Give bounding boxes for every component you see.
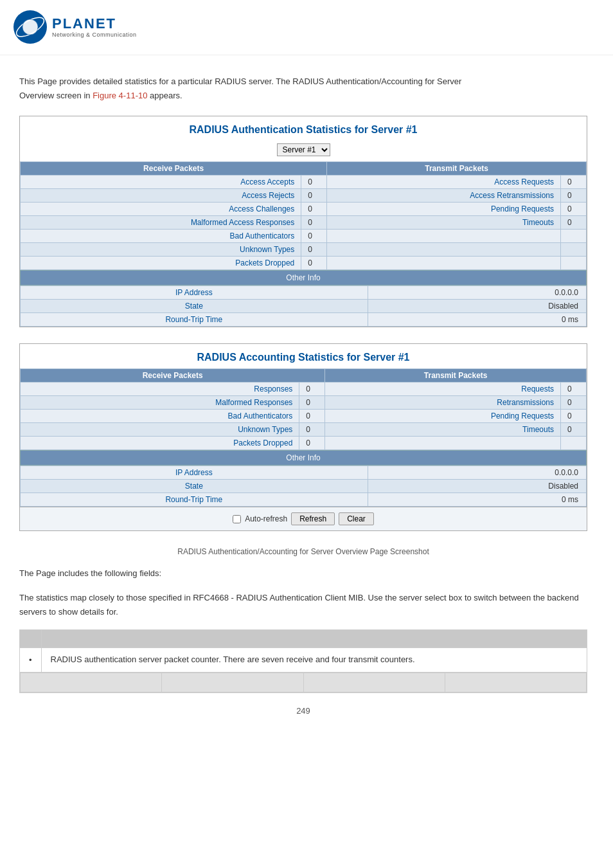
auth-stats-title: RADIUS Authentication Statistics for Ser… xyxy=(20,116,587,141)
intro-paragraph: This Page provides detailed statistics f… xyxy=(19,75,587,103)
logo-sub: Networking & Communication xyxy=(52,32,137,39)
auto-refresh-label: Auto-refresh xyxy=(245,514,287,523)
fields-col-header-2 xyxy=(41,630,587,648)
auth-tx-lbl-2: Pending Requests xyxy=(327,203,561,216)
auth-oi-row-2: Round-Trip Time 0 ms xyxy=(21,313,587,327)
auth-tx-val-1: 0 xyxy=(561,189,587,203)
auth-recv-lbl-0: Access Accepts xyxy=(21,176,301,189)
auth-tx-val-0: 0 xyxy=(561,176,587,189)
acct-tx-val-2: 0 xyxy=(561,410,587,423)
sub-col-3 xyxy=(303,673,445,692)
figure-link[interactable]: Figure 4-11-10 xyxy=(93,91,147,100)
acct-oi-val-0: 0.0.0.0 xyxy=(368,466,586,480)
intro-text2-prefix: Overview screen in xyxy=(19,91,93,100)
auth-tx-val-3: 0 xyxy=(561,216,587,230)
auth-row-4: Bad Authenticators 0 xyxy=(21,230,587,243)
auth-row-2: Access Challenges 0 Pending Requests 0 xyxy=(21,203,587,216)
auth-recv-lbl-1: Access Rejects xyxy=(21,189,301,203)
acct-stats-table: Receive Packets Transmit Packets Respons… xyxy=(20,368,587,450)
fields-row-sub xyxy=(20,673,587,693)
auth-oi-lbl-0: IP Address xyxy=(21,286,368,300)
auth-tx-val-2: 0 xyxy=(561,203,587,216)
fields-row-content: • RADIUS authentication server packet co… xyxy=(20,648,587,673)
server-select[interactable]: Server #1 Server #2 xyxy=(277,143,330,156)
auth-recv-lbl-4: Bad Authenticators xyxy=(21,230,301,243)
auth-oi-val-0: 0.0.0.0 xyxy=(368,286,586,300)
auth-oi-row-1: State Disabled xyxy=(21,300,587,313)
fields-row-header xyxy=(20,630,587,648)
auth-recv-val-4: 0 xyxy=(301,230,327,243)
auth-tx-lbl-3: Timeouts xyxy=(327,216,561,230)
auth-row-3: Malformed Access Responses 0 Timeouts 0 xyxy=(21,216,587,230)
auth-recv-val-5: 0 xyxy=(301,243,327,257)
auth-tx-lbl-1: Access Retransmissions xyxy=(327,189,561,203)
body-text-1: The Page includes the following fields: xyxy=(19,566,587,581)
fields-table: • RADIUS authentication server packet co… xyxy=(19,629,587,693)
acct-oi-lbl-2: Round-Trip Time xyxy=(21,493,368,507)
acct-stats-title: RADIUS Accounting Statistics for Server … xyxy=(20,344,587,368)
refresh-button[interactable]: Refresh xyxy=(291,512,335,525)
controls-row: Auto-refresh Refresh Clear xyxy=(20,507,587,530)
acct-tx-val-4 xyxy=(561,437,587,450)
acct-row-4: Packets Dropped 0 xyxy=(21,437,587,450)
acct-stats-box: RADIUS Accounting Statistics for Server … xyxy=(19,343,587,531)
acct-row-0: Responses 0 Requests 0 xyxy=(21,383,587,396)
auth-oi-row-0: IP Address 0.0.0.0 xyxy=(21,286,587,300)
auth-tx-lbl-6 xyxy=(327,257,561,270)
auth-stats-box: RADIUS Authentication Statistics for Ser… xyxy=(19,116,587,327)
acct-recv-val-4: 0 xyxy=(299,437,325,450)
sub-table-row xyxy=(21,673,587,692)
acct-recv-lbl-3: Unknown Types xyxy=(21,423,299,437)
auth-recv-lbl-5: Unknown Types xyxy=(21,243,301,257)
auth-oi-val-2: 0 ms xyxy=(368,313,586,327)
acct-tx-lbl-0: Requests xyxy=(325,383,561,396)
bullet-cell: • xyxy=(20,648,42,673)
acct-receive-header: Receive Packets xyxy=(21,369,325,383)
sub-col-4 xyxy=(445,673,586,692)
acct-tx-lbl-4 xyxy=(325,437,561,450)
acct-recv-val-3: 0 xyxy=(299,423,325,437)
acct-oi-lbl-0: IP Address xyxy=(21,466,368,480)
acct-oi-val-2: 0 ms xyxy=(368,493,586,507)
intro-text2-suffix: appears. xyxy=(147,91,182,100)
acct-other-info-header: Other Info xyxy=(20,450,587,466)
clear-button[interactable]: Clear xyxy=(339,512,374,525)
logo-name: PLANET xyxy=(52,16,137,32)
auth-recv-val-2: 0 xyxy=(301,203,327,216)
server-select-row: Server #1 Server #2 xyxy=(20,141,587,161)
auth-recv-val-6: 0 xyxy=(301,257,327,270)
acct-tx-lbl-2: Pending Requests xyxy=(325,410,561,423)
auth-recv-lbl-3: Malformed Access Responses xyxy=(21,216,301,230)
acct-recv-val-0: 0 xyxy=(299,383,325,396)
auth-tx-val-5 xyxy=(561,243,587,257)
auto-refresh-checkbox[interactable] xyxy=(233,515,241,523)
acct-recv-val-1: 0 xyxy=(299,396,325,410)
auth-oi-lbl-1: State xyxy=(21,300,368,313)
acct-row-2: Bad Authenticators 0 Pending Requests 0 xyxy=(21,410,587,423)
acct-recv-lbl-0: Responses xyxy=(21,383,299,396)
acct-oi-row-2: Round-Trip Time 0 ms xyxy=(21,493,587,507)
auth-recv-val-0: 0 xyxy=(301,176,327,189)
header: PLANET Networking & Communication xyxy=(0,0,613,55)
acct-oi-row-0: IP Address 0.0.0.0 xyxy=(21,466,587,480)
auth-row-6: Packets Dropped 0 xyxy=(21,257,587,270)
auth-receive-header: Receive Packets xyxy=(21,162,327,176)
auth-tx-lbl-5 xyxy=(327,243,561,257)
acct-tx-lbl-1: Retransmissions xyxy=(325,396,561,410)
desc-cell: RADIUS authentication server packet coun… xyxy=(41,648,587,673)
auth-row-5: Unknown Types 0 xyxy=(21,243,587,257)
acct-recv-lbl-4: Packets Dropped xyxy=(21,437,299,450)
auth-recv-val-1: 0 xyxy=(301,189,327,203)
acct-tx-val-0: 0 xyxy=(561,383,587,396)
acct-row-1: Malformed Responses 0 Retransmissions 0 xyxy=(21,396,587,410)
sub-table xyxy=(20,673,587,692)
auth-tx-val-4 xyxy=(561,230,587,243)
acct-other-info-table: IP Address 0.0.0.0 State Disabled Round-… xyxy=(20,466,587,507)
auth-row-1: Access Rejects 0 Access Retransmissions … xyxy=(21,189,587,203)
box-caption: RADIUS Authentication/Accounting for Ser… xyxy=(19,547,587,556)
desc-text: RADIUS authentication server packet coun… xyxy=(51,655,415,664)
acct-oi-row-1: State Disabled xyxy=(21,480,587,493)
acct-oi-val-1: Disabled xyxy=(368,480,586,493)
page-number: 249 xyxy=(19,693,587,722)
acct-recv-val-2: 0 xyxy=(299,410,325,423)
